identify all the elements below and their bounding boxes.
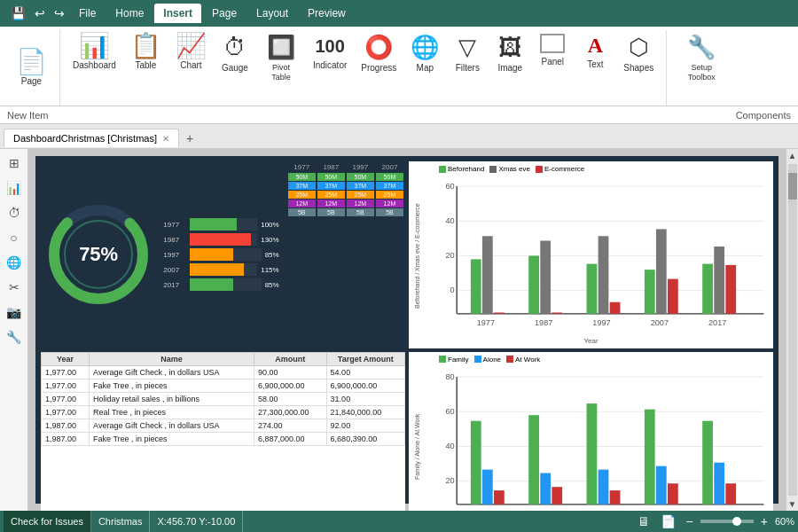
svg-rect-22 bbox=[645, 270, 655, 314]
tab-preview[interactable]: Preview bbox=[299, 4, 355, 23]
svg-text:1977: 1977 bbox=[477, 509, 495, 511]
page-label: Page bbox=[21, 76, 42, 87]
ribbon-btn-progress[interactable]: ⭕ Progress bbox=[356, 30, 402, 77]
dashboard-icon: 📊 bbox=[79, 34, 110, 59]
svg-rect-54 bbox=[668, 483, 678, 505]
ribbon-btn-pivot[interactable]: 🔲 Pivot Table bbox=[258, 30, 304, 86]
progress-label: Progress bbox=[361, 63, 396, 74]
col-target: Target Amount bbox=[326, 352, 404, 365]
filters-label: Filters bbox=[456, 63, 480, 74]
bar-fill bbox=[190, 248, 232, 261]
svg-text:1997: 1997 bbox=[592, 318, 610, 327]
text-label: Text bbox=[587, 59, 603, 70]
year-comparison-panel: 1977 1987 1997 2007 50M 37M 25M 12M 5B bbox=[286, 161, 405, 348]
table-row: 1,977.00Real Tree , in pieces27,300,000.… bbox=[42, 405, 405, 419]
svg-rect-47 bbox=[540, 473, 551, 504]
svg-text:60: 60 bbox=[445, 182, 454, 191]
text-icon: A bbox=[588, 34, 603, 58]
page-icon[interactable]: 📄 bbox=[657, 512, 679, 530]
check-issues-button[interactable]: Check for Issues bbox=[4, 511, 91, 532]
tab-page[interactable]: Page bbox=[203, 4, 246, 23]
ribbon-btn-setup[interactable]: 🔧 Setup Toolbox bbox=[674, 30, 729, 86]
scroll-up-arrow[interactable]: ▲ bbox=[786, 149, 798, 162]
right-scrollbar: ▲ ▼ bbox=[786, 149, 798, 511]
ribbon-btn-table[interactable]: 📋 Table bbox=[125, 30, 167, 74]
sidebar-icon-gauge[interactable]: ⏱ bbox=[4, 202, 25, 223]
christmas-status[interactable]: Christmas bbox=[91, 511, 151, 532]
ribbon-btn-gauge[interactable]: ⏱ Gauge bbox=[215, 30, 254, 77]
horiz-bars-panel: 1977 100% 1987 130% 1997 bbox=[160, 161, 282, 348]
dashboard-tab[interactable]: DashboardChristmas [Christmas] ✕ bbox=[4, 129, 179, 147]
legend-item-xmaseve: Xmas eve bbox=[489, 165, 530, 173]
tab-file[interactable]: File bbox=[70, 4, 105, 23]
sidebar-icon-camera[interactable]: 📷 bbox=[4, 301, 25, 323]
new-item-bar: New Item Components bbox=[0, 106, 798, 124]
ribbon-section-main: 📊 Dashboard 📋 Table 📈 Chart ⏱ Gauge 🔲 Pi… bbox=[60, 30, 667, 106]
sidebar-icon-chart[interactable]: 📊 bbox=[4, 177, 25, 199]
legend-item-beforehand: Beforehand bbox=[439, 165, 484, 173]
zoom-in-button[interactable]: + bbox=[757, 514, 771, 528]
sidebar-icon-scissors[interactable]: ✂ bbox=[4, 277, 25, 298]
ribbon-btn-indicator[interactable]: 100 Indicator bbox=[308, 30, 352, 74]
table-label: Table bbox=[135, 60, 156, 71]
chart-label: Chart bbox=[180, 60, 201, 71]
legend-color bbox=[489, 166, 497, 173]
table-icon: 📋 bbox=[130, 34, 161, 59]
scroll-track[interactable] bbox=[788, 164, 797, 496]
panel-label: Panel bbox=[542, 57, 565, 67]
svg-rect-55 bbox=[702, 421, 713, 505]
add-tab-button[interactable]: + bbox=[179, 128, 200, 149]
scroll-thumb[interactable] bbox=[788, 173, 797, 200]
zoom-thumb bbox=[732, 517, 741, 526]
ribbon-btn-map[interactable]: 🌐 Map bbox=[405, 30, 444, 77]
gauge-panel: 75% bbox=[41, 161, 156, 348]
monitor-icon[interactable]: 🖥 bbox=[634, 512, 653, 530]
svg-rect-46 bbox=[528, 415, 539, 505]
table-row: 1,987.00Fake Tree , in pieces6,887,000.0… bbox=[42, 432, 405, 445]
close-tab-icon[interactable]: ✕ bbox=[162, 134, 169, 144]
legend-color bbox=[506, 356, 513, 363]
ribbon-btn-dashboard[interactable]: 📊 Dashboard bbox=[67, 30, 121, 74]
bar-label: 1977 bbox=[163, 221, 188, 229]
legend-color bbox=[536, 166, 543, 173]
svg-rect-53 bbox=[656, 466, 667, 505]
scroll-down-arrow[interactable]: ▼ bbox=[786, 497, 798, 511]
svg-text:40: 40 bbox=[445, 216, 454, 225]
ribbon-btn-filters[interactable]: ▽ Filters bbox=[448, 30, 487, 77]
sidebar-icon-circle[interactable]: ○ bbox=[4, 227, 25, 248]
bar-label: 1987 bbox=[163, 236, 188, 244]
save-icon[interactable]: 💾 bbox=[7, 4, 29, 22]
svg-rect-56 bbox=[714, 463, 724, 505]
ribbon-btn-text[interactable]: A Text bbox=[575, 30, 614, 74]
christmas-label: Christmas bbox=[98, 516, 143, 527]
tab-layout[interactable]: Layout bbox=[247, 4, 297, 23]
filters-icon: ▽ bbox=[458, 34, 476, 61]
status-right: 🖥 📄 − + 60% bbox=[634, 512, 794, 530]
ribbon-btn-panel[interactable]: Panel bbox=[533, 30, 572, 71]
zoom-slider[interactable] bbox=[700, 520, 754, 523]
ribbon-btn-image[interactable]: 🖼 Image bbox=[490, 30, 529, 77]
tab-home[interactable]: Home bbox=[106, 4, 153, 23]
ribbon-btn-shapes[interactable]: ⬡ Shapes bbox=[618, 30, 659, 77]
bar-fill bbox=[190, 233, 250, 246]
status-bar: Check for Issues Christmas X:456.70 Y:-1… bbox=[0, 511, 798, 532]
sidebar-icon-globe[interactable]: 🌐 bbox=[4, 252, 25, 273]
undo-icon[interactable]: ↩ bbox=[31, 4, 49, 22]
legend-item-ecommerce: E-commerce bbox=[536, 165, 584, 173]
svg-rect-44 bbox=[482, 470, 493, 505]
components-label: Components bbox=[736, 110, 791, 121]
svg-rect-15 bbox=[494, 312, 505, 313]
ribbon-btn-page[interactable]: 📄 Page bbox=[11, 46, 52, 90]
coordinates-status: X:456.70 Y:-10.00 bbox=[150, 511, 243, 532]
zoom-out-button[interactable]: − bbox=[683, 514, 697, 528]
sidebar-icon-tool[interactable]: 🔧 bbox=[4, 326, 25, 348]
legend-item-atwork: At Work bbox=[506, 356, 540, 364]
svg-rect-26 bbox=[714, 246, 724, 314]
chart-top-body: Beforehand / Xmas eve / E-commerce 60 40… bbox=[412, 175, 770, 337]
legend-item-family: Family bbox=[439, 356, 469, 364]
ribbon-btn-chart[interactable]: 📈 Chart bbox=[170, 30, 212, 74]
sidebar-icon-grid[interactable]: ⊞ bbox=[4, 153, 25, 174]
redo-icon[interactable]: ↪ bbox=[51, 4, 68, 22]
tab-insert[interactable]: Insert bbox=[154, 4, 201, 23]
svg-rect-52 bbox=[645, 410, 655, 505]
